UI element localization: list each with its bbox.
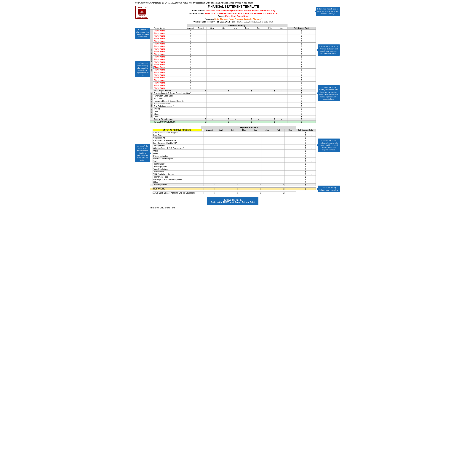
player-row-23: Player Name # $- (150, 87, 316, 89)
non-player-row-4: Recovered Fees & Deposit Refunds $- (150, 100, 316, 102)
svg-point-3 (141, 10, 143, 11)
total-other-income-label: Total of Other Income (153, 118, 195, 121)
team-name-value: Enter Your Team Nickname (Hurricanes, Tr… (205, 9, 275, 12)
player-row-3: Player Name # $- (150, 35, 316, 37)
expense-row-15: Team Fundraisers $- (150, 168, 316, 170)
logo-image (138, 9, 146, 15)
enter-positive-label: ENTER AS POSITIVE NUMBERS (153, 129, 202, 132)
season-example: (ex: Fall 2011-2012, Spring 2012, Fall 2… (232, 21, 273, 23)
player-row-8: Player Name # $- (150, 48, 316, 51)
non-player-row-7: Tryouts $- (150, 108, 316, 110)
tip2-box: 2. Enter Your Players and their Jersey N… (135, 28, 150, 39)
oct-header: Oct (218, 27, 229, 30)
player-row-22: Player Name # $- (150, 84, 316, 87)
tip5b-box: 5b. Specify the name of the fundraiser a… (135, 144, 150, 162)
left-tips: 2. Enter Your Players and their Jersey N… (135, 24, 150, 209)
main-title: FINANCIAL STATEMENT TEMPLATE (151, 5, 316, 8)
total-player-income-row: Total Player Income $- $- $- $- $- (150, 89, 316, 92)
logo-area: TRENTON HOCKEYASSOCIATION (135, 6, 148, 19)
preparer-line: Preparer: Enter Name of Form Preparer (t… (151, 18, 316, 20)
player-row-10: Player Name # $- (150, 53, 316, 56)
non-player-row-9: Other: $- (150, 113, 316, 116)
expense-summary-header: Expense Summary (201, 126, 296, 129)
logo-text-hockey: HOCKEYASSOCIATION (137, 15, 147, 18)
expense-row-13: Team Banner $- (150, 163, 316, 165)
player-row-6: Player Name # $- (150, 43, 316, 45)
non-player-rotated: Non Player Payments Received (150, 92, 153, 118)
tha-line: THA Team Name: Enter Your THA Name-Divis… (151, 12, 316, 15)
player-row-19: Player Name # $- (150, 76, 316, 79)
coach-value: Enter Head Coach Name (225, 15, 249, 17)
player-row-13: Player Name # $- (150, 61, 316, 63)
team-name-line: Team Name: Enter Your Team Nickname (Hur… (151, 9, 316, 12)
non-player-row-5: Sponsors/Donations $- (150, 102, 316, 105)
player-row-18: Player Name # $- (150, 74, 316, 76)
player-name-1[interactable]: Player Name (153, 30, 187, 32)
coach-line: Coach: Enter Head Coach Name (151, 15, 316, 17)
total-player-rotated: Total Player Payments Received (150, 30, 153, 89)
tip1-box: 1. Complete these 5 lines on initial use… (316, 7, 340, 16)
expense-table: Expense Summary ENTER AS POSITIVE NUMBER… (150, 126, 316, 194)
player-names-header: Player Names (153, 27, 187, 30)
tha-label: THA Team Name: (188, 12, 204, 15)
outer-layout: 2. Enter Your Players and their Jersey N… (135, 24, 340, 209)
player-row-7: Player Name # $- (150, 45, 316, 48)
tip4-box: 4. Go to the month of the Financial Stat… (317, 44, 340, 56)
season-value: Fall 2011-2012 (216, 21, 230, 23)
expense-row-6: Jersey Deposit $- (150, 144, 316, 147)
expense-row-2: Bank Fees $- (150, 134, 316, 137)
non-player-row-8: Other: $- (150, 110, 316, 113)
fall-season-header: Fall Season Total (287, 27, 316, 30)
jan-header: Jan (253, 27, 264, 30)
player-row-12: Player Name # $- (150, 58, 316, 61)
bottom-buttons: 8. Save The File & 9. Go to the THA/Pare… (150, 197, 316, 205)
total-player-income-label: Total Player Income (153, 89, 195, 92)
player-row-4: Player Name # $- (150, 37, 316, 40)
total-expenses-label: Total Expenses (153, 184, 204, 186)
player-row-1: Total Player Payments Received Player Na… (150, 30, 316, 32)
income-table: Income Summary Player Names Jersey # Aug… (150, 24, 316, 123)
non-player-row-10: Other: $- (150, 116, 316, 118)
coach-label: Coach: (218, 15, 225, 17)
non-player-row-6: THA Reimbursements ** $- (150, 105, 316, 108)
non-player-row-3: Fundraiser: $- (150, 97, 316, 100)
tip7-box: 7. Enter the ending balance from your on… (317, 186, 340, 192)
expense-row-9: Other: $- (150, 152, 316, 155)
player-row-20: Player Name # $- (150, 79, 316, 82)
expense-row-17: THA Fundraisers: Decals, $- (150, 173, 316, 176)
net-income-row: NET INCOME $- $- $- $- $- (150, 187, 316, 190)
jersey-1[interactable]: # (187, 30, 195, 32)
top-note: Note: This is the worksheet you will ENT… (135, 2, 340, 4)
right-tips: 4. Go to the month of the Financial Stat… (316, 24, 340, 209)
feb-header: Feb (264, 27, 276, 30)
player-row-11: Player Name # $- (150, 56, 316, 58)
total-income-gross-row: TOTAL INCOME (GROSS) $- $- $- $- $- (150, 121, 316, 123)
expense-row-10: Private Instructors $- (150, 155, 316, 157)
logo-text-trenton: TRENTON (136, 6, 147, 9)
expense-row-20: Other: $- (150, 181, 316, 184)
save-print-button[interactable]: 8. Save The File & 9. Go to the THA/Pare… (207, 197, 258, 205)
tha-value: Enter Your THA Name-Division & Team # (M… (205, 12, 280, 15)
nov-header: Nov (229, 27, 241, 30)
non-player-row-2: Fundraiser: Decal Sale $- (150, 95, 316, 97)
svg-rect-2 (141, 11, 142, 13)
player-row-9: Player Name # $- (150, 51, 316, 53)
season-line: What Season Is This?: Fall 2011-2012 (ex… (151, 21, 316, 23)
player-row-17: Player Name # $- (150, 71, 316, 74)
player-name-2[interactable]: Player Name (153, 32, 187, 35)
bank-balance-row: Actual Bank Balance At Month End per Sta… (150, 192, 316, 194)
total-income-gross-label: TOTAL INCOME (GROSS) (153, 121, 195, 123)
expense-row-3: Coaches Gifts $- (150, 137, 316, 139)
bank-balance-label: Actual Bank Balance At Month End per Sta… (153, 192, 204, 194)
center-content: Income Summary Player Names Jersey # Aug… (150, 24, 316, 209)
team-name-label: Team Name: (192, 9, 204, 12)
expense-row-12: Socks $- (150, 160, 316, 163)
sept-header: Sept (207, 27, 218, 30)
expense-row-18: Tournament Fees $- (150, 176, 316, 178)
player-row-15: Player Name # $- (150, 66, 316, 68)
expense-row-1: Administrative/Office Supplies $- (150, 132, 316, 134)
tip5-box: 5. Stay in the same monthly column and e… (317, 85, 340, 101)
expense-row-14: Team Equipment $- (150, 165, 316, 168)
non-player-row-1: Non Player Payments Received Tryouts (Au… (150, 92, 316, 95)
player-row-21: Player Name # $- (150, 82, 316, 84)
